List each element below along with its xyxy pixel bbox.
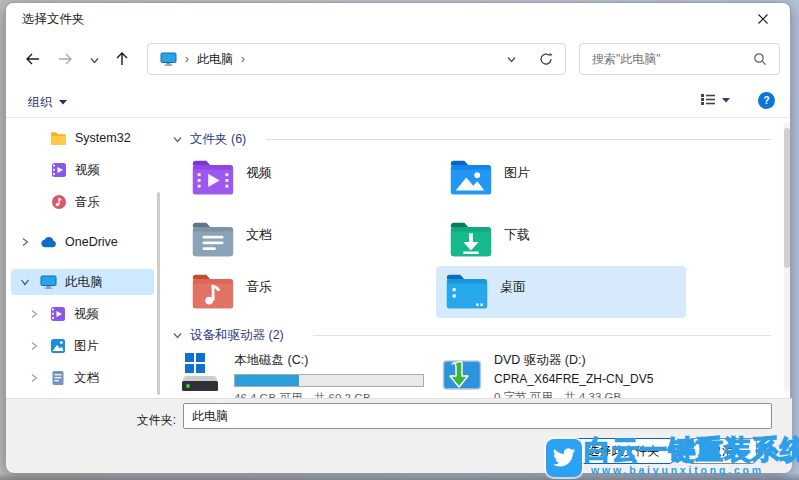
video-icon xyxy=(50,162,67,179)
sidebar-item-music[interactable]: 音乐 xyxy=(11,189,154,215)
sidebar-item-label: 视频 xyxy=(75,162,100,179)
search-icon[interactable] xyxy=(753,52,767,66)
dialog-body: System32 视频 音乐 xyxy=(6,118,792,398)
close-icon xyxy=(757,13,769,25)
watermark-logo xyxy=(546,439,582,477)
sidebar-item-label: 图片 xyxy=(74,338,99,355)
sidebar-item-videos[interactable]: 视频 xyxy=(11,157,154,183)
forward-button[interactable] xyxy=(56,50,74,68)
folder-tile-label: 下载 xyxy=(504,226,530,263)
sidebar-item-label: 文档 xyxy=(74,370,99,387)
drive-name: 本地磁盘 (C:) xyxy=(234,352,434,369)
folder-tile-documents[interactable]: 文档 xyxy=(182,214,432,266)
computer-icon xyxy=(40,274,57,291)
desktop-background: 选择文件夹 › 此电脑 › xyxy=(0,0,799,480)
breadcrumb-this-pc[interactable]: 此电脑 xyxy=(197,51,233,68)
caret-down-icon xyxy=(59,99,67,105)
breadcrumb-separator: › xyxy=(185,52,189,66)
folder-icon xyxy=(50,130,67,147)
sidebar-item-label: 视频 xyxy=(74,306,99,323)
sidebar-item-label: 音乐 xyxy=(75,194,100,211)
chevron-down-icon[interactable] xyxy=(172,134,183,145)
folder-field-label: 文件夹: xyxy=(106,412,176,429)
navigation-pane: System32 视频 音乐 xyxy=(6,118,164,398)
group-divider xyxy=(313,335,771,336)
sidebar-item-videos-child[interactable]: 视频 xyxy=(11,301,154,327)
dialog-title: 选择文件夹 xyxy=(22,11,85,28)
group-header-drives[interactable]: 设备和驱动器 (2) xyxy=(172,327,284,344)
change-view-button[interactable] xyxy=(700,92,730,107)
sidebar-item-this-pc[interactable]: 此电脑 xyxy=(11,269,154,295)
sidebar-item-onedrive[interactable]: OneDrive xyxy=(11,229,154,255)
address-dropdown-icon[interactable] xyxy=(506,54,517,65)
drive-detail: 46.4 GB 可用，共 60.2 GB xyxy=(234,391,434,398)
folder-name-value: 此电脑 xyxy=(192,408,228,425)
watermark-title: 白云一键重装系统 xyxy=(584,432,799,468)
chevron-down-icon[interactable] xyxy=(19,277,31,287)
chevron-right-icon[interactable] xyxy=(28,373,40,383)
sidebar-item-label: OneDrive xyxy=(65,235,118,249)
folder-tile-label: 视频 xyxy=(246,164,272,201)
sidebar-item-pictures[interactable]: 图片 xyxy=(11,333,154,359)
group-title: 文件夹 (6) xyxy=(190,131,246,148)
picture-icon xyxy=(49,338,66,355)
folder-tile-label: 桌面 xyxy=(500,278,526,315)
command-toolbar: 组织 ? xyxy=(6,87,790,117)
music-folder-icon xyxy=(190,269,236,315)
folder-name-input[interactable]: 此电脑 xyxy=(183,403,772,429)
folder-tile-label: 图片 xyxy=(504,164,530,201)
back-button[interactable] xyxy=(24,50,42,68)
document-icon xyxy=(49,370,66,387)
organize-label: 组织 xyxy=(28,94,52,111)
drive-item-dvd[interactable]: DVD 驱动器 (D:) CPRA_X64FRE_ZH-CN_DV5 0 字节 … xyxy=(442,352,694,398)
search-box[interactable]: 搜索"此电脑" xyxy=(579,43,780,75)
computer-icon xyxy=(160,51,177,67)
close-button[interactable] xyxy=(746,7,780,31)
select-folder-dialog: 选择文件夹 › 此电脑 › xyxy=(5,2,791,472)
help-button[interactable]: ? xyxy=(758,92,775,109)
music-icon xyxy=(50,194,67,211)
title-bar: 选择文件夹 xyxy=(6,3,790,33)
video-folder-icon xyxy=(190,155,236,201)
folder-tile-pictures[interactable]: 图片 xyxy=(440,152,690,204)
dvd-drive-icon xyxy=(442,358,482,394)
search-placeholder: 搜索"此电脑" xyxy=(592,51,753,68)
picture-folder-icon xyxy=(448,155,494,201)
sidebar-item-documents[interactable]: 文档 xyxy=(11,365,154,391)
document-folder-icon xyxy=(190,217,236,263)
sidebar-scrollbar[interactable] xyxy=(157,192,160,395)
sidebar-item-system32[interactable]: System32 xyxy=(11,125,154,151)
local-disk-icon xyxy=(178,352,222,396)
folder-tile-label: 音乐 xyxy=(246,278,272,315)
chevron-down-icon xyxy=(89,55,100,66)
arrow-left-icon xyxy=(24,50,42,68)
folder-tile-downloads[interactable]: 下载 xyxy=(440,214,690,266)
group-title: 设备和驱动器 (2) xyxy=(190,327,284,344)
caret-down-icon xyxy=(722,97,730,103)
up-button[interactable] xyxy=(113,50,131,68)
drive-item-c[interactable]: 本地磁盘 (C:) 46.4 GB 可用，共 60.2 GB xyxy=(178,352,434,398)
folder-tile-label: 文档 xyxy=(246,226,272,263)
disk-usage-fill xyxy=(235,375,299,386)
group-header-folders[interactable]: 文件夹 (6) xyxy=(172,131,246,148)
chevron-right-icon[interactable] xyxy=(28,341,40,351)
chevron-down-icon[interactable] xyxy=(172,330,183,341)
breadcrumb-separator: › xyxy=(241,52,245,66)
arrow-up-icon xyxy=(113,50,131,68)
folder-tile-videos[interactable]: 视频 xyxy=(182,152,432,204)
organize-menu-button[interactable]: 组织 xyxy=(28,91,67,113)
address-bar[interactable]: › 此电脑 › xyxy=(147,43,566,75)
download-folder-icon xyxy=(448,217,494,263)
refresh-icon[interactable] xyxy=(539,52,553,66)
chevron-right-icon[interactable] xyxy=(19,237,31,247)
folder-tile-desktop[interactable]: 桌面 xyxy=(436,266,686,318)
desktop-folder-icon xyxy=(444,269,490,315)
chevron-right-icon[interactable] xyxy=(28,309,40,319)
main-scrollbar-thumb[interactable] xyxy=(784,128,790,268)
recent-locations-button[interactable] xyxy=(88,54,100,66)
main-scrollbar[interactable] xyxy=(784,122,790,392)
folder-tile-music[interactable]: 音乐 xyxy=(182,266,432,318)
watermark-url: www.baiyunxitong.com xyxy=(591,464,764,476)
onedrive-icon xyxy=(40,234,57,251)
drive-name: DVD 驱动器 (D:) xyxy=(494,352,694,369)
